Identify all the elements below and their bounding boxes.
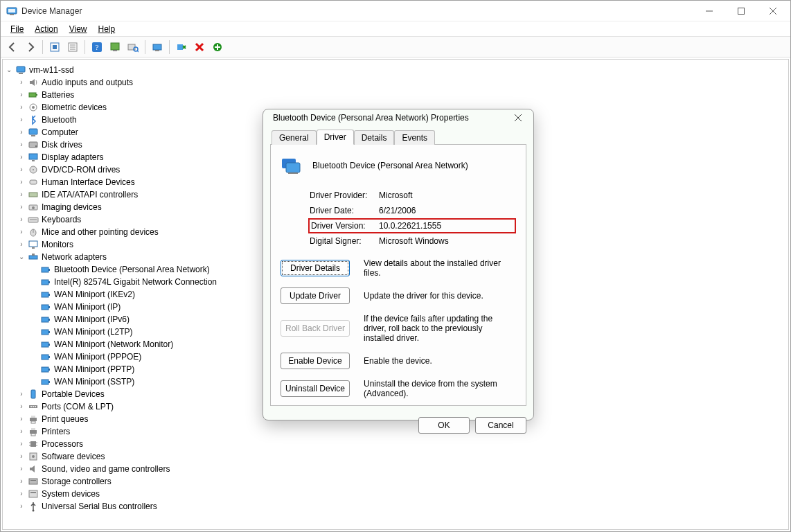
minimize-button[interactable] <box>693 1 725 21</box>
menu-file[interactable]: File <box>5 23 29 35</box>
back-icon[interactable] <box>4 39 21 55</box>
cancel-button[interactable]: Cancel <box>475 417 526 434</box>
svg-point-73 <box>33 406 34 407</box>
action-row: Update DriverUpdate the driver for this … <box>281 287 516 304</box>
dialog-close-button[interactable] <box>508 109 528 126</box>
chevron-right-icon[interactable]: › <box>17 115 26 125</box>
portable-icon <box>28 389 39 400</box>
uninstall-device-button[interactable]: Uninstall Device <box>281 380 350 397</box>
remove-icon[interactable] <box>191 39 208 55</box>
update-driver-button[interactable]: Update Driver <box>281 287 350 304</box>
svg-point-72 <box>30 406 32 407</box>
maximize-button[interactable] <box>725 1 757 21</box>
tree-node-label: Intel(R) 82574L Gigabit Network Connecti… <box>54 276 217 288</box>
chevron-right-icon[interactable]: › <box>17 439 26 449</box>
chevron-right-icon[interactable]: › <box>17 489 26 499</box>
chevron-right-icon[interactable]: › <box>17 78 26 87</box>
chevron-right-icon[interactable]: › <box>17 227 26 237</box>
driver-version-label: Driver Version: <box>310 221 379 231</box>
svg-rect-4 <box>738 8 745 14</box>
driver-provider-value: Microsoft <box>379 190 413 200</box>
nic-icon <box>40 376 51 387</box>
menu-help[interactable]: Help <box>93 23 121 35</box>
chevron-right-icon[interactable]: › <box>17 502 26 511</box>
chevron-right-icon[interactable]: › <box>17 190 26 200</box>
imaging-icon <box>28 202 39 213</box>
add-icon[interactable] <box>209 39 226 55</box>
tree-node[interactable]: ›System devices <box>4 488 787 500</box>
ok-button[interactable]: OK <box>418 417 470 434</box>
chevron-right-icon[interactable]: › <box>17 127 26 137</box>
menu-view[interactable]: View <box>64 23 93 35</box>
tree-node[interactable]: ›Software devices <box>4 450 787 463</box>
computer-icon <box>28 127 39 138</box>
device-manager-icon <box>6 6 17 17</box>
chevron-right-icon[interactable]: › <box>17 215 26 224</box>
optical-icon <box>28 164 39 175</box>
tree-node[interactable]: ›Universal Serial Bus controllers <box>4 500 787 513</box>
svg-rect-65 <box>48 356 50 358</box>
svg-rect-34 <box>29 154 37 159</box>
tree-node-label: DVD/CD-ROM drives <box>42 163 120 176</box>
chevron-right-icon[interactable]: › <box>17 140 26 150</box>
chevron-right-icon[interactable]: › <box>17 240 26 249</box>
disable-icon[interactable] <box>149 39 166 55</box>
chevron-right-icon[interactable]: › <box>17 177 26 187</box>
svg-rect-63 <box>48 344 50 346</box>
chevron-right-icon[interactable]: › <box>17 477 26 486</box>
tree-node[interactable]: ⌄vm-w11-ssd <box>4 64 787 76</box>
show-hidden-icon[interactable] <box>46 39 63 55</box>
help-icon[interactable]: ? <box>89 39 105 55</box>
chevron-right-icon[interactable]: › <box>17 402 26 411</box>
update-driver-icon[interactable] <box>107 39 123 55</box>
svg-rect-53 <box>48 281 50 283</box>
chevron-right-icon[interactable]: › <box>17 464 26 474</box>
chevron-right-icon[interactable]: › <box>17 389 26 399</box>
svg-rect-57 <box>48 306 50 308</box>
svg-rect-24 <box>17 66 25 72</box>
tree-node-label: WAN Miniport (IP) <box>54 301 121 313</box>
chevron-right-icon[interactable]: › <box>17 165 26 175</box>
tree-node-label: Bluetooth Device (Personal Area Network) <box>54 263 210 276</box>
tree-node-label: Sound, video and game controllers <box>42 463 170 475</box>
sound-icon <box>28 463 39 475</box>
forward-icon[interactable] <box>22 39 39 55</box>
chevron-right-icon[interactable]: › <box>17 452 26 461</box>
properties-icon[interactable] <box>64 39 81 55</box>
device-icon <box>281 154 303 177</box>
network-icon <box>28 251 39 263</box>
tab-details[interactable]: Details <box>354 130 395 145</box>
chevron-right-icon[interactable]: › <box>17 103 26 112</box>
tree-node[interactable]: ›Storage controllers <box>4 475 787 488</box>
svg-point-92 <box>33 510 35 512</box>
chevron-down-icon[interactable]: ⌄ <box>17 252 26 262</box>
tab-events[interactable]: Events <box>394 130 435 145</box>
tab-driver[interactable]: Driver <box>317 130 354 145</box>
nic-icon <box>40 364 51 375</box>
tree-node[interactable]: ›Batteries <box>4 89 787 101</box>
window-controls <box>693 1 789 21</box>
digital-signer-label: Digital Signer: <box>310 236 379 246</box>
action-description: Uninstall the device from the system (Ad… <box>364 379 509 398</box>
menu-action[interactable]: Action <box>29 23 63 35</box>
usb-icon <box>28 501 39 512</box>
printqueue-icon <box>28 414 39 425</box>
svg-rect-27 <box>36 94 37 96</box>
chevron-down-icon[interactable]: ⌄ <box>4 65 14 75</box>
chevron-right-icon[interactable]: › <box>17 414 26 424</box>
chevron-right-icon[interactable]: › <box>17 202 26 212</box>
enable-device-button[interactable]: Enable Device <box>281 353 350 369</box>
uninstall-device-icon[interactable] <box>173 39 190 55</box>
chevron-right-icon[interactable]: › <box>17 90 26 100</box>
tree-node[interactable]: ›Sound, video and game controllers <box>4 463 787 475</box>
driver-details-button[interactable]: Driver Details <box>281 260 350 276</box>
svg-rect-70 <box>31 390 35 398</box>
device-manager-window: Device Manager File Action View Help ? <box>0 0 791 532</box>
close-button[interactable] <box>757 1 789 21</box>
tab-general[interactable]: General <box>272 130 317 145</box>
chevron-right-icon[interactable]: › <box>17 427 26 436</box>
scan-hardware-icon[interactable] <box>125 39 141 55</box>
svg-rect-20 <box>153 44 161 50</box>
tree-node[interactable]: ›Audio inputs and outputs <box>4 76 787 89</box>
chevron-right-icon[interactable]: › <box>17 152 26 162</box>
